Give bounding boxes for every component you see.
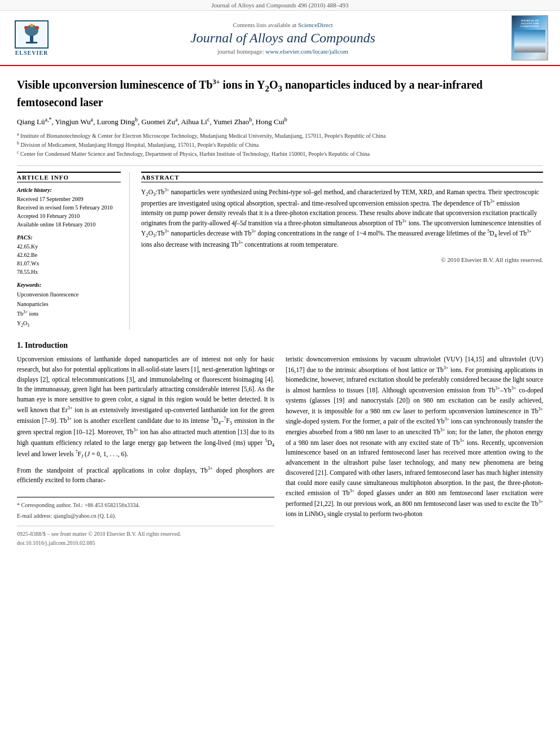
introduction-title: 1. Introduction <box>17 341 543 350</box>
authors: Qiang Lüa,*, Yingjun Wua, Lurong Dingb, … <box>17 116 543 126</box>
footnote-email: E-mail address: qianglu@yahoo.cn (Q. Lü)… <box>17 512 274 521</box>
intro-left-col: Upconversion emissions of lanthanide dop… <box>17 355 274 547</box>
journal-title-area: Contents lists available at ScienceDirec… <box>60 21 506 55</box>
svg-point-5 <box>36 26 39 29</box>
abstract-col: ABSTRACT Y2O3:Tb3+ nanoparticles were sy… <box>141 172 543 330</box>
pacs-code-2: 42.62.Be <box>17 251 121 259</box>
keywords-list: Upconversion fluorescence Nanoparticles … <box>17 290 121 330</box>
section-divider <box>17 165 543 166</box>
affiliation-c: c Center for Condensed Matter Science an… <box>17 149 543 158</box>
keywords-label: Keywords: <box>17 282 121 288</box>
section-number: 1. <box>17 341 23 350</box>
elsevier-logo: ELSEVIER <box>9 20 54 56</box>
section-name: Introduction <box>25 341 68 350</box>
sciencedirect-prefix: Contents lists available at <box>233 21 298 28</box>
homepage-prefix: journal homepage: <box>217 48 265 55</box>
cover-thumbnail: JOURNAL OFALLOYS ANDCOMPOUNDS <box>511 15 548 60</box>
intro-para-2: From the standpoint of practical applica… <box>17 465 274 486</box>
article-body: Visible upconversion luminescence of Tb3… <box>0 66 560 558</box>
sciencedirect-link[interactable]: Contents lists available at ScienceDirec… <box>60 21 506 28</box>
page: Journal of Alloys and Compounds 496 (201… <box>0 0 560 747</box>
keyword-3: Tb3+ ions <box>17 309 121 318</box>
elsevier-brand-text: ELSEVIER <box>15 50 49 56</box>
footnote-area: * Corresponding author. Tel.: +86 453 65… <box>17 497 274 520</box>
article-info-col: ARTICLE INFO Article history: Received 1… <box>17 172 130 330</box>
introduction-section: 1. Introduction Upconversion emissions o… <box>17 341 543 547</box>
copyright-text: © 2010 Elsevier B.V. All rights reserved… <box>141 255 543 265</box>
doi-info: doi:10.1016/j.jallcom.2010.02.085 <box>17 539 274 548</box>
article-info-abstract-row: ARTICLE INFO Article history: Received 1… <box>17 172 543 330</box>
revised-date: Received in revised form 5 February 2010 <box>17 203 121 212</box>
affiliations: a Institute of Bionanotechnology & Cente… <box>17 131 543 159</box>
article-info-label: ARTICLE INFO <box>17 172 121 182</box>
intro-right-para-1: teristic downconversion emissions by vac… <box>286 355 543 520</box>
bottom-info: 0925-8388/$ – see front matter © 2010 El… <box>17 526 274 547</box>
journal-title: Journal of Alloys and Compounds <box>60 30 506 46</box>
accepted-date: Accepted 10 February 2010 <box>17 212 121 220</box>
journal-citation-bar: Journal of Alloys and Compounds 496 (201… <box>0 0 560 11</box>
journal-header: ELSEVIER Contents lists available at Sci… <box>0 11 560 66</box>
journal-homepage[interactable]: journal homepage: www.elsevier.com/locat… <box>60 48 506 55</box>
svg-point-6 <box>30 24 33 27</box>
journal-citation: Journal of Alloys and Compounds 496 (201… <box>212 2 349 8</box>
received-date: Received 17 September 2009 <box>17 195 121 203</box>
available-date: Available online 18 February 2010 <box>17 220 121 229</box>
journal-cover-image: JOURNAL OFALLOYS ANDCOMPOUNDS <box>511 15 551 60</box>
abstract-text: Y2O3:Tb3+ nanoparticles were synthesized… <box>141 187 543 265</box>
article-title: Visible upconversion luminescence of Tb3… <box>17 77 543 110</box>
affiliation-a: a Institute of Bionanotechnology & Cente… <box>17 131 543 140</box>
pacs-code-4: 78.55.Hx <box>17 268 121 276</box>
keyword-2: Nanoparticles <box>17 299 121 309</box>
svg-point-4 <box>24 26 28 29</box>
elsevier-tree-icon <box>15 20 49 49</box>
sciencedirect-anchor[interactable]: ScienceDirect <box>298 21 333 28</box>
intro-para-1: Upconversion emissions of lanthanide dop… <box>17 355 274 461</box>
abstract-paragraph: Y2O3:Tb3+ nanoparticles were synthesized… <box>141 187 543 250</box>
svg-rect-2 <box>30 36 33 42</box>
introduction-body: Upconversion emissions of lanthanide dop… <box>17 355 543 547</box>
affiliation-b: b Division of Medicament, Mudanjiang Hon… <box>17 140 543 149</box>
svg-rect-3 <box>26 42 37 43</box>
pacs-code-3: 81.07.Wx <box>17 259 121 268</box>
homepage-link[interactable]: www.elsevier.com/locate/jallcom <box>265 48 348 55</box>
intro-right-col: teristic downconversion emissions by vac… <box>286 355 543 547</box>
abstract-label: ABSTRACT <box>141 172 543 182</box>
pacs-code-1: 42.65.Ky <box>17 242 121 251</box>
history-label: Article history: <box>17 187 121 193</box>
pacs-label: PACS: <box>17 234 121 241</box>
keyword-4: Y2O3 <box>17 318 121 330</box>
keyword-1: Upconversion fluorescence <box>17 290 121 299</box>
footnote-corresponding: * Corresponding author. Tel.: +86 453 65… <box>17 501 274 510</box>
issn-info: 0925-8388/$ – see front matter © 2010 El… <box>17 530 274 539</box>
